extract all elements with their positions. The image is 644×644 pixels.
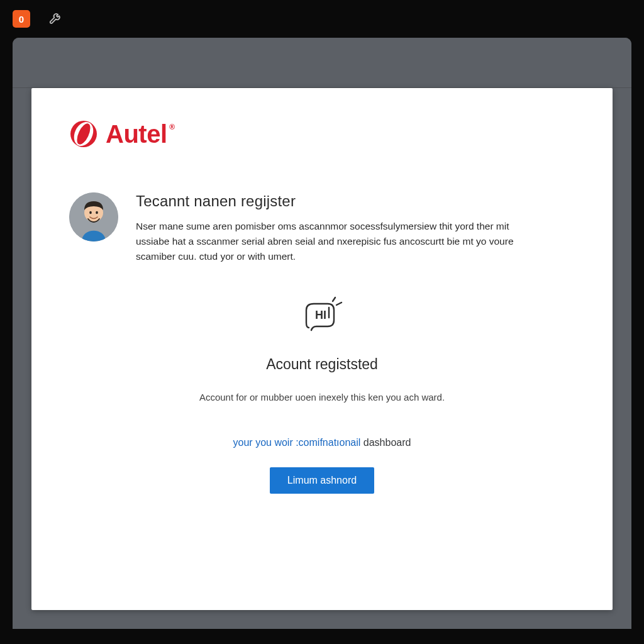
badge-count: 0 xyxy=(19,14,24,25)
app-topbar: 0 xyxy=(0,0,644,38)
link-part-3: dashboard xyxy=(364,437,411,448)
link-part-2: :comifnatıonail xyxy=(296,437,360,448)
browser-toolbar xyxy=(13,38,631,88)
brand-name: Autel xyxy=(106,120,167,148)
status-title: Acount registsted xyxy=(69,356,575,373)
svg-point-5 xyxy=(89,211,92,214)
intro-text: Tecannt nanen regijster Nser mane sume a… xyxy=(136,192,538,264)
registration-card: Autel® Tecann xyxy=(31,88,613,610)
status-body: Account for or mubber uoen inexely this … xyxy=(69,392,575,402)
brand-logo-mark xyxy=(69,119,98,148)
intro-heading: Tecannt nanen regijster xyxy=(136,192,538,210)
svg-text:HI: HI xyxy=(315,309,326,321)
brand-logo: Autel® xyxy=(69,119,575,148)
avatar xyxy=(69,192,118,242)
browser-frame: Autel® Tecann xyxy=(13,38,631,629)
svg-point-6 xyxy=(96,211,98,214)
dashboard-button[interactable]: Limum ashnord xyxy=(270,467,374,494)
notification-badge[interactable]: 0 xyxy=(13,10,30,28)
wrench-icon[interactable] xyxy=(49,11,63,27)
intro-body: Nser mane sume aren pomisber oms ascannm… xyxy=(136,219,538,264)
dashboard-link-line[interactable]: your you woir :comifnatıonail dashboard xyxy=(69,437,575,448)
intro-section: Tecannt nanen regijster Nser mane sume a… xyxy=(69,192,575,264)
link-part-1: your you woir xyxy=(233,437,293,448)
brand-logo-text: Autel® xyxy=(106,120,167,148)
brand-reg-mark: ® xyxy=(169,123,174,131)
status-section: HI Acount registsted Account for or mubb… xyxy=(69,292,575,494)
greeting-icon: HI xyxy=(297,292,347,340)
page-content: Autel® Tecann xyxy=(13,88,631,610)
